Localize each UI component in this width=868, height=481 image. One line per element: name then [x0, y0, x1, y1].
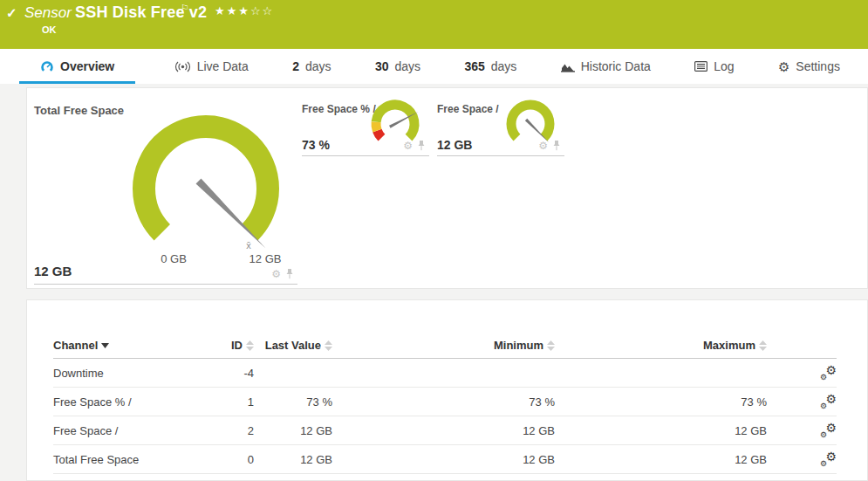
status-badge: OK — [42, 24, 57, 35]
widget-actions: ⚙ — [403, 140, 426, 151]
gauge-current-value: 73 % — [302, 138, 330, 152]
channel-last-value: 12 GB — [254, 424, 332, 437]
table-row: Free Space / 2 12 GB 12 GB 12 GB ⚙⚙ — [53, 416, 837, 445]
channel-settings-icon[interactable]: ⚙⚙ — [820, 423, 837, 438]
tab-label: days — [394, 59, 420, 73]
widget-gear-icon[interactable]: ⚙ — [271, 269, 281, 279]
channel-settings-icon[interactable]: ⚙⚙ — [820, 395, 837, 409]
widget-pin-icon[interactable] — [417, 140, 426, 151]
tab-label: Settings — [796, 59, 840, 73]
gauge-arc — [144, 127, 268, 232]
channel-maximum: 73 % — [555, 395, 767, 409]
tab-bar: Overview Live Data 2 days 30 days 365 da… — [0, 49, 868, 84]
table-header-row: Channel ID Last Value Minimum — [53, 333, 837, 359]
channel-name[interactable]: Free Space % / — [53, 395, 228, 409]
settings-gear-icon: ⚙ — [778, 60, 789, 73]
channel-table: Channel ID Last Value Minimum — [53, 333, 837, 474]
tab-historic-data[interactable]: Historic Data — [556, 49, 656, 84]
historic-chart-icon — [561, 61, 575, 72]
channel-id: 0 — [228, 453, 254, 466]
channel-table-panel: Channel ID Last Value Minimum — [26, 299, 868, 481]
channel-id: -4 — [228, 367, 254, 380]
channel-id: 1 — [228, 395, 254, 409]
sort-desc-icon — [101, 343, 109, 348]
status-check-icon: ✓ — [6, 5, 17, 21]
channel-maximum: 12 GB — [555, 453, 767, 466]
widget-actions: ⚙ — [271, 268, 294, 279]
overview-gauges-panel: Total Free Space x̄ 0 GB 12 GB 12 GB ⚙ F… — [26, 87, 868, 289]
log-icon — [694, 61, 707, 72]
tab-number: 2 — [292, 59, 299, 73]
tab-label: days — [491, 59, 517, 73]
sort-icon — [325, 340, 332, 351]
flag-icon[interactable]: ⚐ — [181, 3, 189, 14]
widget-gear-icon[interactable]: ⚙ — [403, 141, 413, 151]
channel-minimum: 12 GB — [332, 424, 555, 437]
tab-overview[interactable]: Overview — [19, 49, 135, 84]
gauge-current-value: 12 GB — [437, 138, 472, 152]
table-row: Total Free Space 0 12 GB 12 GB 12 GB ⚙⚙ — [53, 445, 837, 474]
gauge-current-value: 12 GB — [34, 264, 72, 278]
channel-name[interactable]: Total Free Space — [53, 453, 228, 466]
channel-id: 2 — [228, 424, 254, 437]
channel-maximum: 12 GB — [555, 424, 767, 437]
table-row: Downtime -4 ⚙⚙ — [53, 359, 837, 388]
tab-label: Live Data — [197, 59, 249, 73]
channel-name[interactable]: Downtime — [53, 367, 228, 380]
tab-2-days[interactable]: 2 days — [287, 49, 336, 84]
tab-log[interactable]: Log — [689, 49, 739, 84]
channel-settings-icon[interactable]: ⚙⚙ — [820, 452, 837, 467]
channel-last-value: 12 GB — [254, 453, 332, 466]
channel-name[interactable]: Free Space / — [53, 424, 228, 437]
column-header-id[interactable]: ID — [228, 339, 254, 352]
gauge-title: Free Space / — [437, 103, 499, 115]
gauge-widget-free-space-percent: Free Space % / 73 % ⚙ — [302, 97, 429, 156]
gauge-arc — [511, 105, 550, 138]
gauge-widget-total-free-space: Total Free Space x̄ 0 GB 12 GB 12 GB ⚙ — [34, 97, 297, 285]
channel-last-value: 73 % — [254, 395, 332, 409]
priority-stars[interactable]: ★★★☆☆ — [215, 4, 274, 17]
total-free-space-gauge: x̄ 0 GB 12 GB — [110, 95, 302, 268]
gauge-icon — [40, 60, 54, 73]
column-header-channel[interactable]: Channel — [53, 339, 228, 352]
channel-settings-icon[interactable]: ⚙⚙ — [820, 366, 837, 381]
widget-pin-icon[interactable] — [552, 140, 561, 151]
tab-settings[interactable]: ⚙ Settings — [773, 49, 845, 84]
widget-gear-icon[interactable]: ⚙ — [538, 141, 548, 151]
table-row: Free Space % / 1 73 % 73 % 73 % ⚙⚙ — [53, 388, 837, 416]
sort-icon — [246, 340, 254, 351]
tab-number: 30 — [375, 59, 389, 73]
tab-label: days — [305, 59, 331, 73]
channel-minimum: 12 GB — [332, 453, 555, 466]
tab-label: Log — [714, 59, 734, 73]
widget-actions: ⚙ — [538, 140, 561, 151]
live-data-icon — [174, 61, 191, 72]
sort-icon — [759, 340, 767, 351]
sensor-header: ✓ Sensor SSH Disk Free v2 ⚐ ★★★☆☆ OK — [0, 0, 868, 49]
column-header-minimum[interactable]: Minimum — [332, 339, 555, 352]
gauge-min-label: 0 GB — [161, 252, 187, 265]
tab-label: Historic Data — [581, 59, 651, 73]
gauge-arc-red — [377, 131, 381, 138]
tab-live-data[interactable]: Live Data — [169, 49, 254, 84]
sensor-kind-label: Sensor — [24, 4, 72, 22]
gauge-max-label: 12 GB — [249, 252, 282, 265]
column-header-maximum[interactable]: Maximum — [555, 339, 767, 352]
sort-icon — [547, 340, 555, 351]
tab-30-days[interactable]: 30 days — [370, 49, 426, 84]
gauge-mean-marker: x̄ — [246, 240, 251, 251]
column-header-last-value[interactable]: Last Value — [254, 339, 332, 352]
tab-365-days[interactable]: 365 days — [459, 49, 522, 84]
channel-minimum: 73 % — [332, 395, 555, 409]
tab-label: Overview — [60, 59, 114, 73]
widget-pin-icon[interactable] — [285, 268, 294, 279]
gauge-widget-free-space: Free Space / 12 GB ⚙ — [437, 97, 564, 156]
gauge-arc-yellow — [376, 122, 377, 131]
tab-number: 365 — [464, 59, 484, 73]
